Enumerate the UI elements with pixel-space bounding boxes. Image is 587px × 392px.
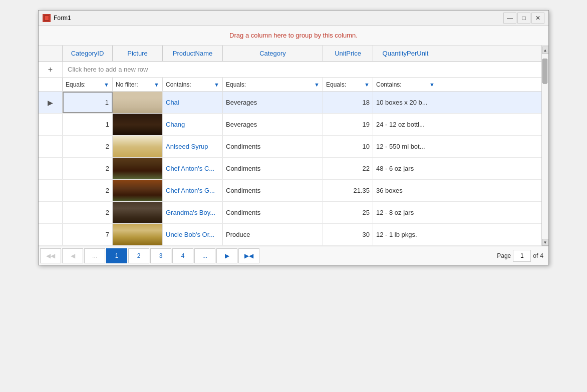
col-header-picture[interactable]: Picture bbox=[113, 46, 163, 61]
cell-productname[interactable]: Chef Anton's G... bbox=[163, 180, 223, 201]
cell-productname[interactable]: Grandma's Boy... bbox=[163, 202, 223, 223]
main-window: Form1 — □ ✕ Drag a column here to group … bbox=[38, 10, 549, 265]
grid-scroll-area: CategoryID Picture ProductName Category … bbox=[39, 46, 548, 246]
column-headers: CategoryID Picture ProductName Category … bbox=[39, 46, 541, 62]
filter-categoryid[interactable]: Equals: ▼ bbox=[63, 78, 113, 91]
maximize-button[interactable]: □ bbox=[517, 13, 530, 24]
cell-picture bbox=[113, 92, 163, 113]
scroll-track[interactable] bbox=[542, 54, 549, 239]
filter-productname[interactable]: Contains: ▼ bbox=[163, 78, 223, 91]
cell-productname[interactable]: Chef Anton's C... bbox=[163, 158, 223, 179]
close-button[interactable]: ✕ bbox=[531, 13, 544, 24]
prev-page-button[interactable]: ◀ bbox=[62, 248, 83, 263]
add-row-plus[interactable]: + bbox=[39, 62, 63, 77]
row-indicator bbox=[39, 114, 63, 135]
cell-category: Condiments bbox=[223, 180, 323, 201]
cell-productname[interactable]: Chang bbox=[163, 114, 223, 135]
cell-picture bbox=[113, 114, 163, 135]
scroll-down-button[interactable]: ▼ bbox=[542, 239, 549, 246]
add-row-bar[interactable]: + Click here to add a new row bbox=[39, 62, 541, 78]
cell-categoryid: 1 bbox=[63, 92, 113, 113]
next-page-button[interactable]: ▶ bbox=[216, 248, 237, 263]
cell-picture bbox=[113, 180, 163, 201]
cell-unitprice: 25 bbox=[323, 202, 373, 223]
page-3-button[interactable]: 3 bbox=[150, 248, 171, 263]
cell-category: Beverages bbox=[223, 92, 323, 113]
cell-quantityperunit: 12 - 8 oz jars bbox=[373, 202, 438, 223]
cell-unitprice: 22 bbox=[323, 158, 373, 179]
window-title: Form1 bbox=[54, 15, 71, 22]
cell-categoryid: 2 bbox=[63, 158, 113, 179]
data-grid: CategoryID Picture ProductName Category … bbox=[39, 46, 548, 246]
filter-quantityperunit[interactable]: Contains: ▼ bbox=[373, 78, 438, 91]
filter-icon-category[interactable]: ▼ bbox=[314, 82, 320, 88]
cell-unitprice: 10 bbox=[323, 136, 373, 157]
filter-icon-categoryid[interactable]: ▼ bbox=[104, 82, 109, 88]
page-2-button[interactable]: 2 bbox=[128, 248, 149, 263]
of-label: of bbox=[533, 252, 538, 259]
cell-categoryid: 1 bbox=[63, 114, 113, 135]
cell-picture bbox=[113, 136, 163, 157]
table-row[interactable]: ▶1ChaiBeverages1810 boxes x 20 b... bbox=[39, 92, 541, 114]
cell-productname[interactable]: Aniseed Syrup bbox=[163, 136, 223, 157]
cell-category: Condiments bbox=[223, 158, 323, 179]
cell-picture bbox=[113, 158, 163, 179]
minimize-button[interactable]: — bbox=[503, 13, 516, 24]
cell-picture bbox=[113, 202, 163, 223]
cell-unitprice: 18 bbox=[323, 92, 373, 113]
col-header-quantityperunit[interactable]: QuantityPerUnit bbox=[373, 46, 438, 61]
table-row[interactable]: 2Grandma's Boy...Condiments2512 - 8 oz j… bbox=[39, 202, 541, 224]
form-icon bbox=[43, 14, 51, 22]
cell-category: Condiments bbox=[223, 202, 323, 223]
cell-category: Beverages bbox=[223, 114, 323, 135]
cell-category: Condiments bbox=[223, 136, 323, 157]
indicator-header bbox=[39, 46, 63, 61]
col-header-productname[interactable]: ProductName bbox=[163, 46, 223, 61]
grid-main: CategoryID Picture ProductName Category … bbox=[39, 46, 541, 246]
page-1-button[interactable]: 1 bbox=[106, 248, 127, 263]
total-pages: 4 bbox=[540, 252, 543, 259]
filter-icon-quantityperunit[interactable]: ▼ bbox=[429, 82, 435, 88]
filter-icon-picture[interactable]: ▼ bbox=[154, 82, 159, 88]
filter-picture[interactable]: No filter: ▼ bbox=[113, 78, 163, 91]
table-row[interactable]: 1ChangBeverages1924 - 12 oz bottl... bbox=[39, 114, 541, 136]
page-number-input[interactable] bbox=[513, 250, 531, 262]
filter-unitprice[interactable]: Equals: ▼ bbox=[323, 78, 373, 91]
vertical-scrollbar[interactable]: ▲ ▼ bbox=[541, 46, 548, 246]
table-row[interactable]: 2Chef Anton's G...Condiments21.3536 boxe… bbox=[39, 180, 541, 202]
table-row[interactable]: 2Chef Anton's C...Condiments2248 - 6 oz … bbox=[39, 158, 541, 180]
col-header-categoryid[interactable]: CategoryID bbox=[63, 46, 113, 61]
cell-category: Produce bbox=[223, 224, 323, 245]
cell-unitprice: 30 bbox=[323, 224, 373, 245]
group-header: Drag a column here to group by this colu… bbox=[39, 26, 548, 46]
titlebar: Form1 — □ ✕ bbox=[39, 11, 548, 26]
filter-icon-unitprice[interactable]: ▼ bbox=[364, 82, 370, 88]
col-header-category[interactable]: Category bbox=[223, 46, 323, 61]
cell-unitprice: 21.35 bbox=[323, 180, 373, 201]
ellipsis-next-button[interactable]: ... bbox=[194, 248, 215, 263]
filter-icon-productname[interactable]: ▼ bbox=[214, 82, 219, 88]
page-4-button[interactable]: 4 bbox=[172, 248, 193, 263]
row-indicator bbox=[39, 136, 63, 157]
filter-category[interactable]: Equals: ▼ bbox=[223, 78, 323, 91]
table-row[interactable]: 2Aniseed SyrupCondiments1012 - 550 ml bo… bbox=[39, 136, 541, 158]
cell-quantityperunit: 12 - 550 ml bot... bbox=[373, 136, 438, 157]
col-header-unitprice[interactable]: UnitPrice bbox=[323, 46, 373, 61]
cell-productname[interactable]: Chai bbox=[163, 92, 223, 113]
cell-productname[interactable]: Uncle Bob's Or... bbox=[163, 224, 223, 245]
scroll-up-button[interactable]: ▲ bbox=[542, 47, 549, 54]
scroll-thumb[interactable] bbox=[542, 59, 547, 84]
ellipsis-prev-button[interactable]: ... bbox=[84, 248, 105, 263]
cell-quantityperunit: 12 - 1 lb pkgs. bbox=[373, 224, 438, 245]
table-row[interactable]: 7Uncle Bob's Or...Produce3012 - 1 lb pkg… bbox=[39, 224, 541, 246]
pagination-bar: ◀◀ ◀ ... 1 2 3 4 ... ▶ ▶◀ Page of 4 bbox=[39, 246, 548, 265]
last-page-button[interactable]: ▶◀ bbox=[238, 248, 259, 263]
filter-indicator bbox=[39, 78, 63, 91]
page-info: Page of 4 bbox=[497, 250, 543, 262]
add-row-text[interactable]: Click here to add a new row bbox=[63, 66, 153, 73]
first-page-button[interactable]: ◀◀ bbox=[40, 248, 61, 263]
filter-row: Equals: ▼ No filter: ▼ Contains: ▼ Equal… bbox=[39, 78, 541, 92]
row-indicator bbox=[39, 180, 63, 201]
cell-quantityperunit: 48 - 6 oz jars bbox=[373, 158, 438, 179]
cell-quantityperunit: 10 boxes x 20 b... bbox=[373, 92, 438, 113]
